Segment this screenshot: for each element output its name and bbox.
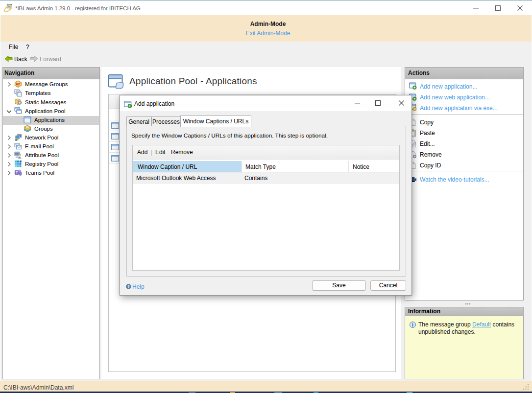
svg-text:?: ? — [127, 284, 130, 289]
